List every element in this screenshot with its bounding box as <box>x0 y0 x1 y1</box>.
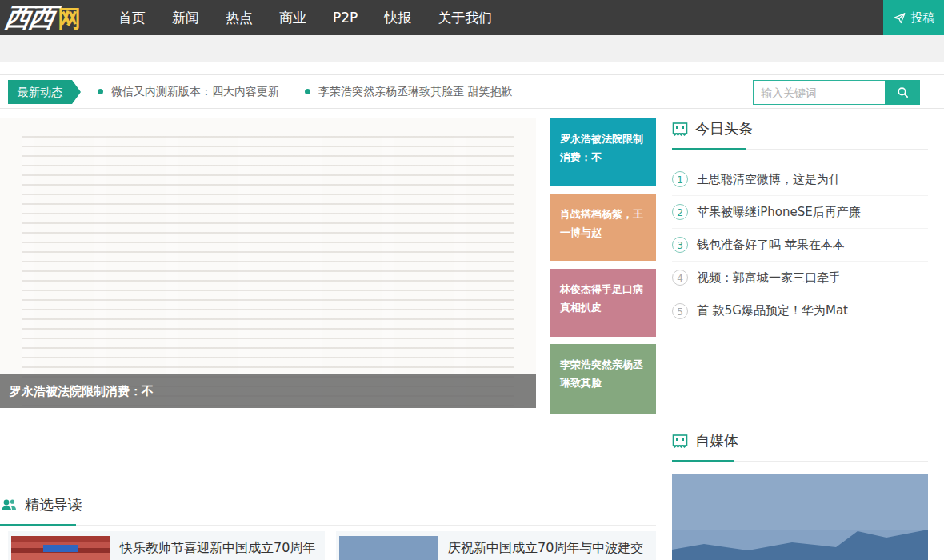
rank-badge: 1 <box>672 171 688 187</box>
rank-badge: 2 <box>672 204 688 220</box>
bullet-dot-icon <box>98 89 103 94</box>
story-tile[interactable]: 林俊杰得手足口病真相扒皮 <box>550 269 656 337</box>
site-logo[interactable]: 西西 网 <box>0 0 118 36</box>
today-headlines-header: 今日头条 <box>672 117 928 141</box>
search-button[interactable] <box>885 80 920 105</box>
ticker-item[interactable]: 李荣浩突然亲杨丞琳致其脸歪 甜笑抱歉 <box>305 85 512 99</box>
ticker-item-text: 微信又内测新版本：四大内容更新 <box>111 85 279 99</box>
logo-text-wang: 网 <box>58 3 81 35</box>
accent-underline <box>672 460 734 462</box>
search-input[interactable] <box>753 80 885 105</box>
rank-badge: 4 <box>672 270 688 286</box>
headline-text: 苹果被曝继iPhoneSE后再产廉 <box>697 205 861 220</box>
read-cards: 快乐教师节喜迎新中国成立70周年 庆祝新中国成立70周年与中波建交70周年音乐会… <box>0 531 656 560</box>
headline-item[interactable]: 1 王思聪清空微博，这是为什 <box>672 163 928 196</box>
nav-item-hot[interactable]: 热点 <box>226 9 253 27</box>
we-media-section: 自媒体 <box>672 429 928 560</box>
newspaper-icon <box>672 434 688 449</box>
headline-text: 视频：郭富城一家三口牵手 <box>697 270 841 286</box>
headline-text: 钱包准备好了吗 苹果在本本 <box>697 238 845 253</box>
article-title: 庆祝新中国成立70周年与中波建交70周年音乐会在波兰举行 <box>448 538 648 560</box>
newspaper-icon <box>672 122 688 137</box>
accent-underline <box>672 148 746 150</box>
section-title: 今日头条 <box>695 119 753 138</box>
search-box <box>753 80 920 105</box>
search-icon <box>896 86 910 99</box>
article-card[interactable]: 快乐教师节喜迎新中国成立70周年 <box>8 531 325 560</box>
story-tile[interactable]: 肖战搭档杨紫，王一博与赵 <box>550 194 656 261</box>
we-media-header: 自媒体 <box>672 429 928 453</box>
page: 西西 网 首页 新闻 热点 商业 P2P 快报 关于我们 投稿 最新动态 微信又… <box>0 0 944 560</box>
article-card[interactable]: 庆祝新中国成立70周年与中波建交70周年音乐会在波兰举行 <box>336 531 656 560</box>
headline-list: 1 王思聪清空微博，这是为什 2 苹果被曝继iPhoneSE后再产廉 3 钱包准… <box>672 163 928 327</box>
rank-badge: 5 <box>672 303 688 319</box>
featured-caption: 罗永浩被法院限制消费：不 <box>0 374 536 408</box>
headline-item[interactable]: 4 视频：郭富城一家三口牵手 <box>672 262 928 294</box>
section-title: 精选导读 <box>25 495 82 514</box>
latest-news-badge: 最新动态 <box>8 80 72 104</box>
story-tiles: 罗永浩被法院限制消费：不 肖战搭档杨紫，王一博与赵 林俊杰得手足口病真相扒皮 李… <box>550 118 656 414</box>
headline-item[interactable]: 5 首 款5G爆品预定！华为Mat <box>672 294 928 327</box>
nav-item-news[interactable]: 新闻 <box>172 9 199 27</box>
latest-news-ticker: 最新动态 微信又内测新版本：四大内容更新 李荣浩突然亲杨丞琳致其脸歪 甜笑抱歉 <box>0 74 944 109</box>
nav-item-about[interactable]: 关于我们 <box>438 9 492 27</box>
featured-reads-section: 精选导读 快乐教师节喜迎新中国成立70周年 庆祝新中国成立70周年与中波建交70… <box>0 493 656 560</box>
article-thumbnail-mountains <box>339 536 438 560</box>
headline-text: 王思聪清空微博，这是为什 <box>697 172 841 187</box>
section-rule <box>0 523 656 526</box>
top-navbar: 西西 网 首页 新闻 热点 商业 P2P 快报 关于我们 投稿 <box>0 0 944 35</box>
headline-item[interactable]: 2 苹果被曝继iPhoneSE后再产廉 <box>672 196 928 229</box>
article-thumbnail-building <box>11 536 110 560</box>
featured-reads-header: 精选导读 <box>0 493 656 517</box>
nav-item-p2p[interactable]: P2P <box>333 10 358 26</box>
section-rule <box>672 459 928 462</box>
headline-item[interactable]: 3 钱包准备好了吗 苹果在本本 <box>672 229 928 262</box>
section-rule <box>672 147 928 150</box>
submit-post-button[interactable]: 投稿 <box>883 0 944 35</box>
ticker-item-text: 李荣浩突然亲杨丞琳致其脸歪 甜笑抱歉 <box>318 85 512 99</box>
today-headlines-section: 今日头条 1 王思聪清空微博，这是为什 2 苹果被曝继iPhoneSE后再产廉 … <box>672 117 928 327</box>
rank-badge: 3 <box>672 237 688 253</box>
story-tile[interactable]: 罗永浩被法院限制消费：不 <box>550 118 656 186</box>
we-media-landscape-image[interactable] <box>672 474 928 560</box>
nav-item-express[interactable]: 快报 <box>384 9 411 27</box>
main-nav: 首页 新闻 热点 商业 P2P 快报 关于我们 <box>118 9 492 27</box>
bullet-dot-icon <box>305 89 310 94</box>
logo-text-xixi: 西西 <box>2 0 56 36</box>
nav-item-business[interactable]: 商业 <box>279 9 306 27</box>
story-tile[interactable]: 李荣浩突然亲杨丞琳致其脸 <box>550 344 656 414</box>
ticker-item[interactable]: 微信又内测新版本：四大内容更新 <box>98 85 279 99</box>
article-title: 快乐教师节喜迎新中国成立70周年 <box>120 538 320 558</box>
headline-text: 首 款5G爆品预定！华为Mat <box>697 303 848 318</box>
submit-post-label: 投稿 <box>911 10 935 26</box>
sub-navbar-band <box>0 35 944 62</box>
section-title: 自媒体 <box>695 431 738 450</box>
users-icon <box>0 498 18 512</box>
accent-underline <box>0 524 76 526</box>
paper-plane-icon <box>893 11 906 25</box>
featured-story[interactable]: 罗永浩被法院限制消费：不 <box>0 118 536 408</box>
featured-image-texture <box>22 136 514 408</box>
nav-item-home[interactable]: 首页 <box>118 9 146 27</box>
